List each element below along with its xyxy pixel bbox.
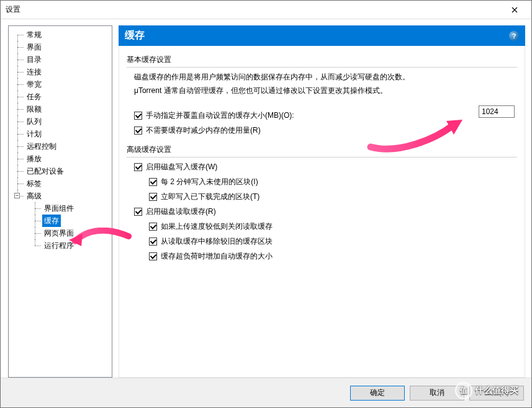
label-write-immediate: 立即写入已下载完成的区块(T) xyxy=(161,191,259,202)
label-manual-cache: 手动指定并覆盖自动设置的缓存大小(MB)(O): xyxy=(146,110,294,121)
tree-item-sched[interactable]: 计划 xyxy=(25,128,43,140)
checkbox-read-purge[interactable] xyxy=(149,237,157,246)
tree-item-remote[interactable]: 远程控制 xyxy=(25,140,58,153)
group-advanced: 高级缓存设置 xyxy=(127,144,517,155)
tree-item-quota[interactable]: 限额 xyxy=(25,103,43,115)
label-read-purge: 从读取缓存中移除较旧的缓存区块 xyxy=(161,236,273,247)
cache-size-input[interactable] xyxy=(479,105,515,118)
group-basic: 基本缓存设置 xyxy=(127,55,517,65)
tree-item-queue[interactable]: 队列 xyxy=(25,115,43,128)
checkbox-manual-cache[interactable] xyxy=(134,112,142,120)
checkbox-write-2min[interactable] xyxy=(149,178,157,186)
tree-expander-advanced[interactable] xyxy=(14,193,20,198)
panel-header: 缓存 ? xyxy=(119,25,525,46)
tree-item-play[interactable]: 播放 xyxy=(25,153,43,165)
settings-tree: 常规 界面 目录 连接 带宽 任务 限额 队列 计划 远程控制 播放 已配对设备… xyxy=(8,25,112,378)
checkbox-enable-write[interactable] xyxy=(134,163,142,171)
tree-item-bw[interactable]: 带宽 xyxy=(25,78,43,91)
tree-item-run[interactable]: 运行程序 xyxy=(42,239,76,252)
label-enable-read: 启用磁盘读取缓存(R) xyxy=(146,206,216,217)
panel-title: 缓存 xyxy=(125,29,145,42)
tree-item-ui[interactable]: 界面 xyxy=(25,41,43,53)
basic-desc1: 磁盘缓存的作用是将用户频繁访问的数据保存在内存中，从而减少读写硬盘的次数。 xyxy=(134,71,517,82)
label-reduce-mem: 不需要缓存时减少内存的使用量(R) xyxy=(146,125,261,136)
apply-button[interactable]: 应用(A) xyxy=(469,386,524,401)
label-read-grow: 缓存超负荷时增加自动缓存的大小 xyxy=(161,251,273,262)
tree-item-conn[interactable]: 连接 xyxy=(25,66,43,78)
checkbox-reduce-mem[interactable] xyxy=(134,126,142,135)
tree-item-paired[interactable]: 已配对设备 xyxy=(25,165,66,177)
checkbox-enable-read[interactable] xyxy=(134,208,142,216)
window-title: 设置 xyxy=(6,4,500,15)
tree-item-dir[interactable]: 目录 xyxy=(25,53,43,66)
tree-item-advanced[interactable]: 高级 xyxy=(25,190,43,202)
button-strip: 确定 取消 应用(A) xyxy=(1,378,531,407)
checkbox-read-grow[interactable] xyxy=(149,252,157,260)
ok-button[interactable]: 确定 xyxy=(350,386,405,401)
checkbox-read-slowup[interactable] xyxy=(149,223,157,231)
label-read-slowup: 如果上传速度较低则关闭读取缓存 xyxy=(161,221,273,232)
basic-desc2: μTorrent 通常自动管理缓存，但您也可以通过修改以下设置更改其操作模式。 xyxy=(134,85,517,96)
close-icon[interactable] xyxy=(500,1,529,19)
tree-item-uiextras[interactable]: 界面组件 xyxy=(42,202,76,215)
tree-item-label[interactable]: 标签 xyxy=(25,177,43,190)
label-write-2min: 每 2 分钟写入未使用的区块(I) xyxy=(161,176,258,187)
label-enable-write: 启用磁盘写入缓存(W) xyxy=(146,161,217,172)
tree-item-cache[interactable]: 缓存 xyxy=(42,215,61,227)
tree-item-webui[interactable]: 网页界面 xyxy=(42,227,76,239)
help-icon[interactable]: ? xyxy=(509,31,519,41)
tree-item-task[interactable]: 任务 xyxy=(25,91,43,103)
cancel-button[interactable]: 取消 xyxy=(410,386,464,401)
checkbox-write-immediate[interactable] xyxy=(149,193,157,201)
tree-item-general[interactable]: 常规 xyxy=(25,29,43,41)
